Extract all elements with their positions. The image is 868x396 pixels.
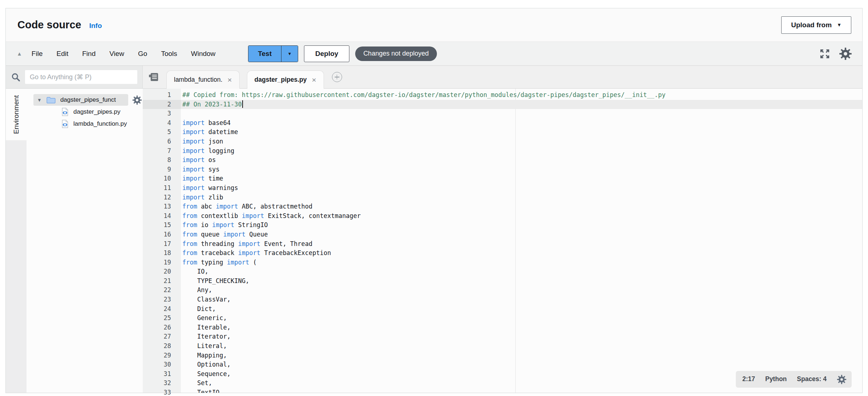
code-line[interactable]: import sys — [181, 165, 862, 174]
code-line[interactable]: Literal, — [181, 342, 862, 351]
code-line[interactable]: Optional, — [181, 360, 862, 369]
code-line[interactable]: Iterator, — [181, 332, 862, 342]
new-tab-button[interactable] — [332, 72, 342, 82]
fullscreen-icon[interactable] — [819, 48, 830, 59]
collapse-panel-icon[interactable]: ▲ — [17, 50, 22, 57]
code-area[interactable]: ## Copied from: https://raw.githubuserco… — [181, 89, 862, 393]
goto-anything-input[interactable] — [25, 70, 137, 84]
open-files-list-icon[interactable] — [149, 72, 159, 82]
code-line[interactable]: from queue import Queue — [181, 230, 862, 239]
code-line[interactable]: import datetime — [181, 128, 862, 137]
code-line[interactable]: import json — [181, 137, 862, 146]
line-number[interactable]: 33 — [143, 388, 181, 396]
menu-find[interactable]: Find — [82, 50, 96, 58]
line-number[interactable]: 23 — [143, 295, 181, 304]
code-line[interactable]: from threading import Event, Thread — [181, 239, 862, 249]
menu-edit[interactable]: Edit — [56, 50, 68, 58]
menu-view[interactable]: View — [109, 50, 124, 58]
code-token: Mapping, — [182, 352, 227, 359]
line-number[interactable]: 16 — [143, 230, 181, 239]
code-line[interactable]: from typing import ( — [181, 258, 862, 267]
code-line[interactable]: TextIO, — [181, 388, 862, 393]
menu-go[interactable]: Go — [138, 50, 147, 58]
code-line[interactable]: IO, — [181, 267, 862, 276]
code-line[interactable]: import logging — [181, 146, 862, 156]
line-number[interactable]: 19 — [143, 258, 181, 267]
code-line[interactable]: Iterable, — [181, 323, 862, 332]
menu-window[interactable]: Window — [191, 50, 216, 58]
line-number[interactable]: 32 — [143, 379, 181, 388]
code-line[interactable]: from io import StringIO — [181, 221, 862, 230]
tab-lambda-function[interactable]: lambda_function. × — [166, 70, 240, 89]
line-number[interactable]: 24 — [143, 304, 181, 314]
deploy-button[interactable]: Deploy — [304, 45, 349, 62]
indentation-setting[interactable]: Spaces: 4 — [797, 375, 827, 384]
close-icon[interactable]: × — [312, 76, 316, 84]
line-number[interactable]: 14 — [143, 211, 181, 221]
line-number[interactable]: 26 — [143, 323, 181, 332]
line-number[interactable]: 25 — [143, 314, 181, 323]
line-number[interactable]: 13 — [143, 202, 181, 211]
line-number[interactable]: 8 — [143, 155, 181, 165]
code-line[interactable]: import time — [181, 174, 862, 183]
code-line[interactable]: from contextlib import ExitStack, contex… — [181, 211, 862, 221]
code-line[interactable]: ## Copied from: https://raw.githubuserco… — [181, 90, 862, 100]
line-number[interactable]: 15 — [143, 221, 181, 230]
test-dropdown-button[interactable]: ▼ — [281, 46, 298, 62]
code-line[interactable]: Dict, — [181, 304, 862, 314]
menu-file[interactable]: File — [32, 50, 43, 58]
upload-from-button[interactable]: Upload from ▼ — [781, 16, 851, 34]
editor-settings-gear-icon[interactable] — [837, 375, 847, 384]
environment-tab[interactable]: Environment — [6, 89, 27, 140]
code-line[interactable]: import warnings — [181, 183, 862, 193]
line-number[interactable]: 20 — [143, 267, 181, 276]
search-icon[interactable] — [11, 72, 21, 82]
line-number[interactable]: 4 — [143, 118, 181, 128]
code-line[interactable]: Mapping, — [181, 351, 862, 360]
tab-dagster-pipes[interactable]: dagster_pipes.py × — [247, 70, 324, 89]
menu-tools[interactable]: Tools — [161, 50, 177, 58]
code-line[interactable]: from abc import ABC, abstractmethod — [181, 202, 862, 211]
line-number[interactable]: 6 — [143, 137, 181, 146]
line-number[interactable]: 27 — [143, 332, 181, 342]
line-number[interactable]: 17 — [143, 239, 181, 249]
settings-gear-icon[interactable] — [839, 47, 852, 60]
tree-file-lambda-function[interactable]: lambda_function.py — [27, 118, 147, 130]
code-token: from — [182, 221, 197, 229]
test-button[interactable]: Test — [248, 46, 281, 62]
line-number[interactable]: 12 — [143, 193, 181, 202]
line-number[interactable]: 29 — [143, 351, 181, 360]
line-number[interactable]: 7 — [143, 146, 181, 156]
line-number[interactable]: 11 — [143, 183, 181, 193]
line-number[interactable]: 30 — [143, 360, 181, 369]
code-line[interactable] — [181, 109, 862, 118]
code-line[interactable]: ## On 2023-11-30 — [181, 100, 862, 109]
code-line[interactable]: TYPE_CHECKING, — [181, 276, 862, 286]
line-number[interactable]: 10 — [143, 174, 181, 183]
line-number[interactable]: 3 — [143, 109, 181, 118]
code-line[interactable]: import os — [181, 155, 862, 165]
cursor-position[interactable]: 2:17 — [742, 375, 755, 384]
code-line[interactable]: Generic, — [181, 314, 862, 323]
code-source-panel: Code source Info Upload from ▼ ▲ File Ed… — [5, 8, 863, 393]
close-icon[interactable]: × — [227, 76, 232, 84]
line-number[interactable]: 2 — [143, 100, 181, 109]
tree-file-dagster-pipes[interactable]: dagster_pipes.py — [27, 106, 147, 118]
folder-row-selected[interactable]: ▼ dagster_pipes_funct — [33, 94, 128, 106]
line-number[interactable]: 21 — [143, 276, 181, 286]
line-number[interactable]: 31 — [143, 369, 181, 379]
line-number[interactable]: 1 — [143, 90, 181, 100]
code-line[interactable]: ClassVar, — [181, 295, 862, 304]
language-mode[interactable]: Python — [765, 375, 787, 384]
line-number[interactable]: 22 — [143, 286, 181, 295]
line-number[interactable]: 5 — [143, 128, 181, 137]
code-line[interactable]: Any, — [181, 286, 862, 295]
line-number[interactable]: 18 — [143, 248, 181, 258]
line-number[interactable]: 28 — [143, 342, 181, 351]
code-line[interactable]: import base64 — [181, 118, 862, 128]
code-line[interactable]: from traceback import TracebackException — [181, 248, 862, 258]
line-number[interactable]: 9 — [143, 165, 181, 174]
info-link[interactable]: Info — [89, 22, 102, 30]
code-line[interactable]: import zlib — [181, 193, 862, 202]
folder-expander-icon[interactable]: ▼ — [37, 97, 42, 103]
